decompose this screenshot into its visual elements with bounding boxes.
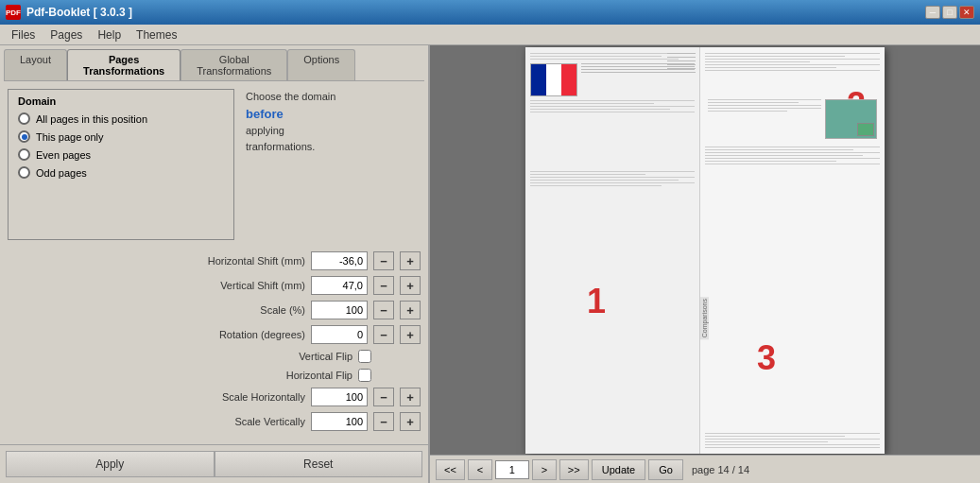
left-panel: Layout Pages Transformations Global Tran…: [0, 45, 430, 483]
menu-pages[interactable]: Pages: [43, 26, 90, 43]
vertical-flip-checkbox[interactable]: [358, 350, 371, 363]
radio-group: All pages in this position This page onl…: [18, 112, 224, 179]
tab-layout[interactable]: Layout: [4, 49, 67, 80]
preview-area: 1: [430, 45, 980, 455]
scale-horizontally-input[interactable]: [311, 388, 368, 406]
horizontal-flip-checkbox[interactable]: [358, 369, 371, 382]
title-bar: PDF Pdf-Booklet [ 3.0.3 ] ─ □ ✕: [0, 0, 980, 25]
right-panel: 1: [430, 45, 980, 483]
minimize-button[interactable]: ─: [925, 6, 940, 19]
nav-bar: << < > >> Update Go page 14 / 14: [430, 455, 980, 483]
horizontal-shift-row: Horizontal Shift (mm) − +: [8, 251, 421, 270]
vertical-shift-row: Vertical Shift (mm) − +: [8, 276, 421, 295]
scale-vertically-label: Scale Vertically: [154, 416, 305, 427]
controls-section: Horizontal Shift (mm) − + Vertical Shift…: [0, 248, 428, 444]
radio-circle-all: [18, 112, 30, 125]
scale-vertically-row: Scale Vertically − +: [8, 412, 421, 431]
maximize-button[interactable]: □: [942, 6, 957, 19]
radio-circle-this: [18, 130, 30, 143]
vertical-shift-label: Vertical Shift (mm): [154, 280, 305, 291]
pdf-left-page: 1: [525, 47, 700, 454]
bottom-buttons: Apply Reset: [0, 444, 428, 483]
vertical-shift-input[interactable]: [311, 276, 368, 295]
page-number-1: 1: [587, 282, 606, 321]
vertical-flip-label: Vertical Flip: [201, 351, 352, 362]
rotation-increment[interactable]: +: [400, 325, 421, 344]
tab-pages-transformations[interactable]: Pages Transformations: [67, 49, 181, 80]
vertical-flip-row: Vertical Flip: [8, 350, 421, 363]
radio-circle-odd: [18, 166, 30, 179]
app-icon: PDF: [6, 5, 21, 20]
scale-label: Scale (%): [154, 304, 305, 316]
menu-files[interactable]: Files: [4, 26, 43, 43]
nav-first-button[interactable]: <<: [436, 459, 465, 480]
scale-increment[interactable]: +: [400, 301, 421, 319]
horizontal-shift-label: Horizontal Shift (mm): [154, 255, 305, 267]
menu-help[interactable]: Help: [90, 26, 129, 43]
rotation-decrement[interactable]: −: [373, 325, 394, 344]
reset-button[interactable]: Reset: [215, 451, 423, 477]
pdf-preview: 1: [525, 47, 885, 454]
radio-even-pages[interactable]: Even pages: [18, 148, 224, 161]
page-number-3: 3: [757, 338, 776, 378]
scale-vertically-input[interactable]: [311, 412, 368, 431]
window-controls: ─ □ ✕: [925, 6, 974, 19]
scale-decrement[interactable]: −: [373, 301, 394, 319]
radio-this-page[interactable]: This page only: [18, 130, 224, 143]
tab-global-transformations[interactable]: Global Transformations: [181, 49, 287, 80]
domain-title: Domain: [18, 95, 224, 107]
radio-odd-pages[interactable]: Odd pages: [18, 166, 224, 179]
nav-page-input[interactable]: [495, 460, 529, 479]
scale-vertically-decrement[interactable]: −: [373, 412, 394, 431]
close-button[interactable]: ✕: [959, 6, 974, 19]
tab-options[interactable]: Options: [287, 49, 355, 80]
scale-horizontally-label: Scale Horizontally: [154, 391, 305, 403]
horizontal-shift-input[interactable]: [311, 251, 368, 270]
scale-horizontally-decrement[interactable]: −: [373, 388, 394, 406]
nav-update-button[interactable]: Update: [592, 459, 645, 480]
horizontal-flip-label: Horizontal Flip: [201, 370, 352, 381]
nav-page-info: page 14 / 14: [692, 464, 749, 475]
horizontal-flip-row: Horizontal Flip: [8, 369, 421, 382]
nav-go-button[interactable]: Go: [648, 459, 683, 480]
main-container: Layout Pages Transformations Global Tran…: [0, 45, 980, 483]
apply-button[interactable]: Apply: [6, 451, 215, 477]
scale-row: Scale (%) − +: [8, 301, 421, 319]
scale-input[interactable]: [311, 301, 368, 319]
content-area: Domain All pages in this position This p…: [0, 81, 428, 248]
vertical-shift-increment[interactable]: +: [400, 276, 421, 295]
choose-domain-text: Choose the domain before applying tranfo…: [246, 89, 335, 240]
scale-horizontally-row: Scale Horizontally − +: [8, 388, 421, 406]
vertical-shift-decrement[interactable]: −: [373, 276, 394, 295]
scale-vertically-increment[interactable]: +: [400, 412, 421, 431]
menu-bar: Files Pages Help Themes: [0, 25, 980, 45]
pdf-right-page: 2: [700, 47, 885, 454]
horizontal-shift-increment[interactable]: +: [400, 251, 421, 270]
nav-next-button[interactable]: >: [532, 459, 557, 480]
rotation-label: Rotation (degrees): [154, 329, 305, 340]
radio-circle-even: [18, 148, 30, 161]
menu-themes[interactable]: Themes: [129, 26, 184, 43]
scale-horizontally-increment[interactable]: +: [400, 388, 421, 406]
nav-last-button[interactable]: >>: [559, 459, 589, 480]
rotation-row: Rotation (degrees) − +: [8, 325, 421, 344]
nav-prev-button[interactable]: <: [468, 459, 492, 480]
domain-box: Domain All pages in this position This p…: [8, 89, 234, 240]
tab-bar: Layout Pages Transformations Global Tran…: [0, 45, 428, 80]
app-title: Pdf-Booklet [ 3.0.3 ]: [26, 6, 132, 19]
radio-all-pages[interactable]: All pages in this position: [18, 112, 224, 125]
rotation-input[interactable]: [311, 325, 368, 344]
horizontal-shift-decrement[interactable]: −: [373, 251, 394, 270]
